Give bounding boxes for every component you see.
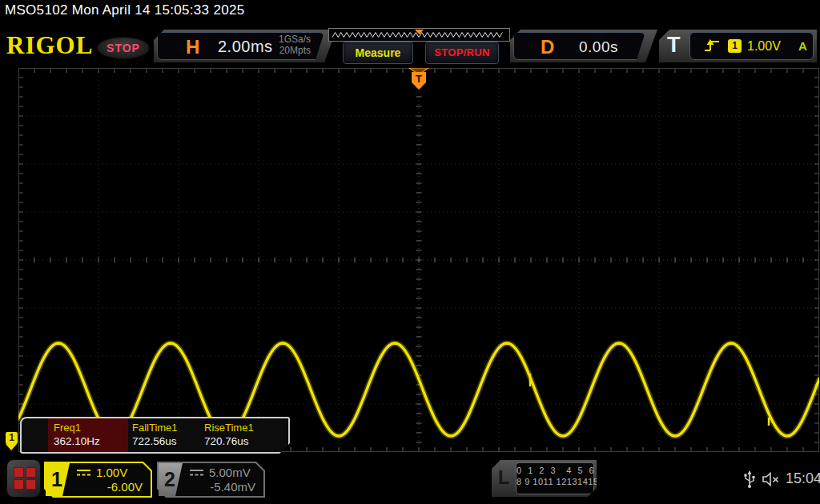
measurement-results-panel: Freq1 362.10Hz FallTime1 722.56us RiseTi… xyxy=(20,417,290,454)
usb-icon xyxy=(743,470,756,490)
horizontal-timebase-box[interactable]: H 2.00ms 1GSa/s 20Mpts xyxy=(154,30,336,62)
preview-waveform-zigzag xyxy=(332,33,502,38)
horizontal-label: H xyxy=(186,36,199,58)
channel2-offset: -5.40mV xyxy=(210,480,255,494)
red-square-icon xyxy=(14,467,24,478)
digital-channels-block[interactable]: L 0 1 2 3 4 5 6 7 8 9 1011 12131415 xyxy=(492,460,597,497)
trigger-marker-letter: T xyxy=(416,73,422,85)
memory-depth: 20Mpts xyxy=(279,45,311,56)
channel2-scale: 5.00mV xyxy=(209,466,251,479)
channel1-marker-arrow-icon xyxy=(6,444,17,450)
measurement-label[interactable]: FallTime1 xyxy=(132,422,178,434)
dc-coupling-icon xyxy=(189,469,205,477)
run-state-badge: STOP xyxy=(97,37,150,59)
channel1-marker-label: 1 xyxy=(6,432,18,444)
digital-row-0-7: 0 1 2 3 4 5 6 7 xyxy=(517,466,593,475)
delay-value[interactable]: 0.00s xyxy=(579,38,618,56)
red-square-icon xyxy=(26,467,36,478)
sample-rate: 1GSa/s xyxy=(279,34,311,45)
measurement-label[interactable]: RiseTime1 xyxy=(204,422,254,434)
preview-zigzag-icon xyxy=(329,30,508,40)
measurement-value: 720.76us xyxy=(204,435,249,447)
trigger-box[interactable]: T 1 1.00V A xyxy=(659,30,817,62)
status-bar-text: MSO5102 Mon April 14 15:05:33 2025 xyxy=(5,2,244,18)
dc-coupling-icon xyxy=(76,469,92,477)
delay-label: D xyxy=(541,36,554,58)
channel2-number: 2 xyxy=(164,468,175,491)
channel1-position-marker[interactable]: 1 xyxy=(6,432,18,450)
trigger-label: T xyxy=(667,33,681,58)
timebase-value[interactable]: 2.00ms xyxy=(218,38,273,56)
rigol-logo: RIGOL xyxy=(6,31,93,60)
stop-run-button[interactable]: STOP/RUN xyxy=(425,42,499,64)
measurement-value: 722.56us xyxy=(132,435,177,447)
channel1-number: 1 xyxy=(51,468,62,491)
measure-button[interactable]: Measure xyxy=(343,42,413,64)
digital-channels-panel: 0 1 2 3 4 5 6 7 8 9 1011 12131415 xyxy=(516,462,594,494)
trigger-source-badge: 1 xyxy=(728,39,742,53)
acquisition-info: 1GSa/s 20Mpts xyxy=(279,34,311,56)
trigger-mode-auto: A xyxy=(798,39,807,53)
red-square-icon xyxy=(14,479,24,490)
measurement-label[interactable]: Freq1 xyxy=(54,422,81,434)
measurement-value: 362.10Hz xyxy=(54,435,100,447)
channel2-status-block[interactable]: 2 5.00mV -5.40mV xyxy=(157,462,265,498)
trigger-level-value[interactable]: 1.00V xyxy=(747,39,781,54)
red-square-icon xyxy=(26,479,36,490)
channel1-offset: -6.00V xyxy=(107,480,143,494)
waveform-display-graticule[interactable]: T xyxy=(18,68,819,452)
channel1-status-block[interactable]: 1 1.00V -6.00V xyxy=(44,462,152,498)
channel1-scale: 1.00V xyxy=(96,466,127,479)
function-navigator-button[interactable] xyxy=(6,459,41,498)
digital-la-label: L xyxy=(498,467,509,489)
system-clock: 15:04 xyxy=(786,470,820,487)
delay-box[interactable]: D 0.00s xyxy=(510,30,657,62)
rising-edge-icon xyxy=(702,38,722,54)
waveform-preview-strip[interactable] xyxy=(328,28,510,42)
trigger-position-marker[interactable]: T xyxy=(409,68,428,90)
digital-row-8-15: 8 9 1011 12131415 xyxy=(517,477,593,486)
speaker-muted-icon[interactable] xyxy=(762,471,782,487)
